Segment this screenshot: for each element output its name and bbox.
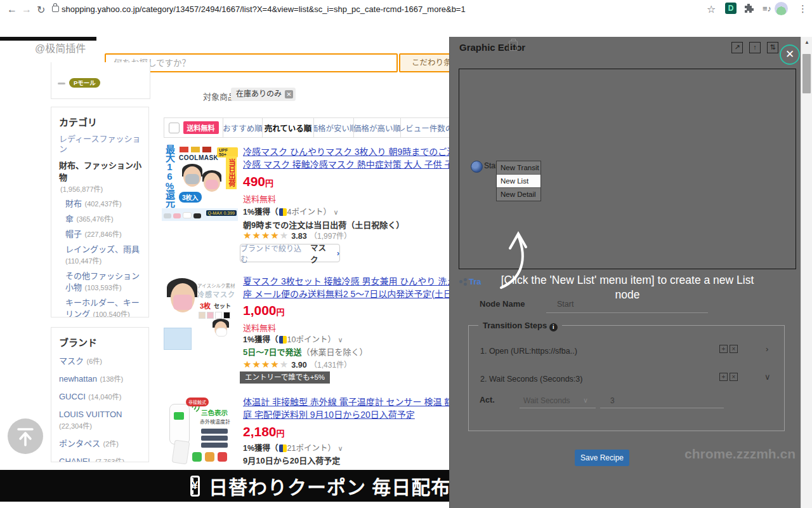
save-recipe-button[interactable]: Save Recipe bbox=[575, 450, 629, 466]
orange-button-shape bbox=[205, 452, 214, 462]
export-icon[interactable]: ↑ bbox=[749, 42, 761, 53]
category-item[interactable]: 傘 (365,476件) bbox=[65, 213, 144, 224]
product-image[interactable]: 非接触式 三色表示 赤外検温度計 bbox=[162, 395, 238, 470]
brand-item[interactable]: マスク (6件) bbox=[59, 355, 143, 366]
url-bar[interactable]: shopping.yahoo.co.jp/category/13457/2494… bbox=[62, 4, 466, 14]
add-step-icon[interactable]: + bbox=[719, 345, 728, 353]
start-node-icon[interactable] bbox=[471, 161, 483, 173]
graphic-editor-panel: Graphic Editor ↗ ↑ ⇅ ✕ Start New Transit… bbox=[449, 37, 801, 508]
brand-item[interactable]: newhattan (138件) bbox=[59, 373, 143, 384]
chip-shape bbox=[201, 436, 228, 441]
product-title[interactable]: 体温計 非接触型 赤外線 電子温度計 センサー 検温 額 おで 庭 宅配便送料別… bbox=[243, 396, 450, 421]
sort-recommended[interactable]: おすすめ順 bbox=[223, 118, 262, 137]
back-to-top-button[interactable] bbox=[8, 418, 43, 454]
add-step-icon[interactable]: + bbox=[719, 373, 728, 381]
menu-item-new-transit[interactable]: New Transit bbox=[497, 161, 540, 175]
product-image[interactable]: アイスシルク素材 冷感マスク 3枚 セット bbox=[162, 274, 238, 351]
star-icons: ★★★★ bbox=[243, 359, 280, 370]
info-icon[interactable]: i bbox=[549, 323, 558, 331]
search-input[interactable] bbox=[106, 55, 412, 71]
category-item[interactable]: 財布 (402,437件) bbox=[65, 197, 144, 209]
qmax-badge: Q-MAX 0.399 bbox=[206, 210, 237, 216]
dot bbox=[223, 312, 230, 319]
mini-mask-shape bbox=[164, 213, 171, 218]
close-icon[interactable]: ✕ bbox=[285, 90, 293, 98]
forward-icon[interactable]: → bbox=[22, 4, 32, 15]
sort-best-selling[interactable]: 売れている順 bbox=[262, 118, 313, 137]
badge-shape bbox=[180, 147, 188, 152]
category-item[interactable]: キーホルダー、キーリング (100,540件) bbox=[65, 297, 144, 318]
category-parent-link[interactable]: レディースファッション bbox=[59, 134, 143, 154]
chevron-down-icon[interactable]: ∨ bbox=[764, 372, 771, 382]
category-item[interactable]: 帽子 (227,846件) bbox=[65, 228, 144, 239]
brand-item[interactable]: LOUIS VUITTON (22,304件) bbox=[59, 408, 143, 431]
product-image[interactable]: 最大16%還元 COOLMASK UPF 50+ 当日出荷 3枚入 Q-MAX … bbox=[162, 145, 238, 221]
brand-item[interactable]: ポンタペス (2件) bbox=[59, 438, 143, 449]
coupon-banner[interactable]: ¥ 日替わりクーポン 毎日配布中! bbox=[0, 470, 449, 502]
menu-item-new-list[interactable]: New List bbox=[497, 175, 540, 188]
product-title[interactable]: 夏マスク 3枚セット 接触冷感 男女兼用 ひんやり 洗える 速 座 メール便のみ… bbox=[243, 275, 450, 300]
menu-dots-icon[interactable]: ⋮ bbox=[798, 3, 808, 15]
bookmark-star-icon[interactable]: ☆ bbox=[707, 3, 716, 15]
chevron-down-icon[interactable]: ∨ bbox=[583, 396, 588, 404]
page-scrollbar[interactable]: ▲ bbox=[801, 37, 812, 508]
action-select[interactable]: Wait Seconds bbox=[523, 396, 570, 405]
sort-price-low[interactable]: 価格が安い順 bbox=[313, 118, 353, 137]
menu-item-new-detail[interactable]: New Detail bbox=[497, 188, 540, 201]
white-mask-shape bbox=[216, 328, 227, 337]
paypay-point-icon bbox=[279, 336, 287, 344]
steps-legend: Transition Steps i bbox=[478, 321, 562, 331]
step-row-1[interactable]: 1. Open (URL:https://sfba..) bbox=[480, 345, 577, 356]
ship-ribbon: 当日出荷 bbox=[226, 156, 237, 189]
stock-filter-chip[interactable]: 在庫ありのみ✕ bbox=[231, 88, 296, 101]
node-name-input[interactable]: Start bbox=[557, 300, 573, 309]
editor-canvas[interactable]: Start New Transit New List New Detail bbox=[459, 69, 796, 269]
seconds-input[interactable]: 3 bbox=[610, 396, 615, 405]
category-item[interactable]: その他ファッション小物 (103,593件) bbox=[65, 270, 144, 293]
back-icon[interactable]: ← bbox=[7, 4, 17, 15]
badge-shape bbox=[191, 147, 200, 152]
star-icons: ★★★★ bbox=[243, 230, 280, 241]
sort-bar: 送料無料 おすすめ順 売れている順 価格が安い順 価格が高い順 レビュー件数の bbox=[164, 117, 450, 138]
screen: ← → ↻ shopping.yahoo.co.jp/category/1345… bbox=[0, 0, 812, 508]
badge-shape bbox=[202, 147, 211, 152]
brand-label: COOLMASK bbox=[179, 154, 218, 161]
category-current: 財布、ファッション小物 bbox=[59, 159, 144, 183]
clipboard-icon[interactable] bbox=[509, 41, 518, 51]
sort-price-high[interactable]: 価格が高い順 bbox=[353, 118, 400, 137]
thermometer-body bbox=[169, 404, 190, 444]
context-menu: New Transit New List New Detail bbox=[496, 161, 541, 201]
brand-item[interactable]: GUCCI (14,040件) bbox=[59, 391, 143, 402]
arrow-up-icon bbox=[8, 418, 43, 454]
scrollbar-thumb[interactable] bbox=[802, 54, 811, 93]
pink-mask-shape bbox=[206, 180, 218, 189]
product-title[interactable]: 冷感マスク ひんやりマスク 3枚入り 朝9時までのご注文は 冷感 マスク 接触冷… bbox=[243, 145, 450, 171]
extension-d-icon[interactable]: D bbox=[725, 3, 737, 14]
chevron-down-icon[interactable]: ∨ bbox=[334, 208, 339, 216]
remove-step-icon[interactable]: × bbox=[730, 345, 738, 353]
tab-list-icon[interactable]: ≡♪ bbox=[763, 4, 771, 13]
category-item[interactable]: レイングッズ、雨具 (110,447件) bbox=[65, 243, 144, 266]
close-button[interactable]: ✕ bbox=[780, 44, 800, 65]
chevron-down-icon[interactable]: ∨ bbox=[337, 444, 343, 452]
image-bottom-strip: Q-MAX 0.399 bbox=[162, 208, 238, 221]
fullscreen-icon[interactable]: ↗ bbox=[731, 42, 743, 53]
brand-title: ブランド bbox=[59, 335, 148, 349]
dark-strip bbox=[0, 37, 96, 41]
sort-review-count[interactable]: レビュー件数の bbox=[400, 118, 450, 137]
input-underline bbox=[546, 312, 708, 313]
rating-row: ★★★★★3.83 （1,997件） bbox=[243, 230, 351, 241]
step-row-2[interactable]: 2. Wait Seconds (Seconds:3) bbox=[480, 373, 582, 384]
chevron-right-icon[interactable]: › bbox=[766, 344, 768, 354]
extensions-puzzle-icon[interactable] bbox=[743, 3, 754, 13]
scroll-up-icon[interactable]: ▲ bbox=[801, 37, 812, 48]
brand-item[interactable]: CHANEL (7,763件) bbox=[59, 455, 143, 462]
free-shipping-filter[interactable]: 送料無料 bbox=[164, 118, 223, 137]
checkbox[interactable] bbox=[169, 123, 180, 133]
avatar[interactable] bbox=[775, 2, 788, 15]
reload-icon[interactable]: ↻ bbox=[37, 4, 45, 16]
chevron-down-icon[interactable]: ∨ bbox=[337, 336, 343, 344]
brand-filter-button[interactable]: ブランドで絞り込むマスク› bbox=[240, 244, 340, 262]
split-view-icon[interactable]: ⇅ bbox=[767, 42, 778, 53]
remove-step-icon[interactable]: × bbox=[730, 373, 738, 381]
